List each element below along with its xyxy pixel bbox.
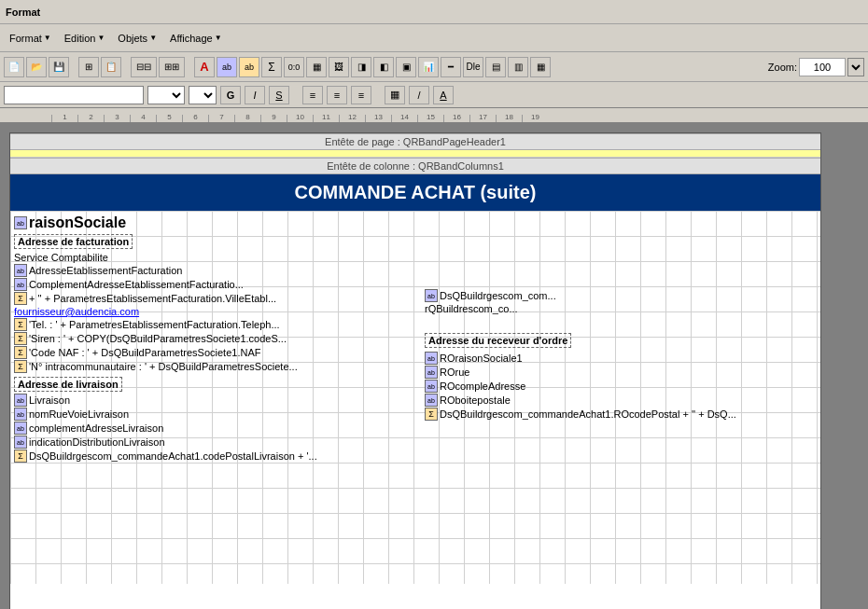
nom-rue-text: nomRueVoieLivraison [29, 408, 129, 420]
slash-btn[interactable]: / [409, 86, 429, 104]
chart-btn[interactable]: 📊 [418, 57, 439, 77]
content-columns: ab raisonSociale Adresse de facturation … [14, 215, 817, 464]
livraison-text: Livraison [29, 394, 70, 406]
report-btn4[interactable]: ▦ [530, 57, 551, 77]
complement-adresse-text: ComplementAdresseEtablissementFacturatio… [29, 279, 244, 290]
table-btn[interactable]: ▦ [306, 57, 327, 77]
canvas-area[interactable]: Entête de page : QRBandPageHeader1 Entêt… [0, 123, 868, 609]
tick-19: 19 [522, 115, 548, 122]
font-size-select[interactable] [147, 86, 185, 104]
ro-boite-postale-text: ROboitepostale [440, 394, 511, 406]
ro-code-postal-icon: Σ [425, 408, 438, 421]
tick-5: 5 [156, 115, 182, 122]
ro-raison-sociale-text: ROraisonSociale1 [440, 353, 523, 364]
menu-format[interactable]: Format ▼ [4, 31, 57, 46]
underline-button[interactable]: S [269, 86, 289, 104]
adresse-livraison-label-wrap: Adresse de livraison [14, 377, 412, 392]
nom-rue-item: ab nomRueVoieLivraison [14, 408, 412, 421]
rq-build-text: rQBuildrescom_co... [425, 303, 518, 314]
bold-button[interactable]: G [220, 86, 241, 104]
align-right-btn[interactable]: ≡ [351, 86, 371, 104]
band-content: ab raisonSociale Adresse de facturation … [10, 211, 820, 584]
underline-a-btn[interactable]: A [433, 86, 454, 104]
zoom-input[interactable] [799, 58, 846, 76]
new-button[interactable]: 📄 [4, 57, 24, 77]
shape-btn1[interactable]: ◨ [351, 57, 371, 77]
email-item: fournisseur@audencia.com [14, 306, 412, 317]
menu-edition-arrow: ▼ [97, 34, 105, 42]
save-button[interactable]: 💾 [49, 57, 69, 77]
ro-rue-icon: ab [425, 366, 438, 379]
columns-header-band: Entête de colonne : QRBandColumns1 [10, 158, 820, 174]
ab-btn[interactable]: ab [217, 57, 237, 77]
toolbar2: G I S ≡ ≡ ≡ ▦ / A [0, 82, 868, 108]
sigma-btn[interactable]: Σ [261, 57, 282, 77]
yellow-header-bar [10, 150, 820, 158]
text-a-btn[interactable]: A [194, 57, 215, 77]
complement-adresse-icon: ab [14, 278, 27, 291]
ro-comple-adresse-icon: ab [425, 380, 438, 393]
indication-distrib-icon: ab [14, 436, 27, 449]
menu-affichage[interactable]: Affichage ▼ [164, 31, 228, 46]
menu-objets[interactable]: Objets ▼ [112, 31, 162, 46]
line-btn[interactable]: ━ [441, 57, 461, 77]
zoom-select[interactable]: ▼ [847, 58, 864, 76]
menu-bar: Format ▼ Edition ▼ Objets ▼ Affichage ▼ [0, 24, 868, 52]
complement-adresse: ab ComplementAdresseEtablissementFactura… [14, 278, 412, 291]
grid-btn[interactable]: ▦ [385, 86, 405, 104]
img-btn[interactable]: 🖼 [329, 57, 349, 77]
param-etab-ville-text: + '' + ParametresEtablissementFacturatio… [29, 293, 276, 304]
raison-sociale-text[interactable]: raisonSociale [29, 215, 126, 231]
naf-icon: Σ [14, 346, 27, 359]
shape-btn2[interactable]: ◧ [373, 57, 394, 77]
report-btn1[interactable]: Dle [463, 57, 483, 77]
indication-distrib-item: ab indicationDistributionLivraison [14, 436, 412, 449]
tick-16: 16 [443, 115, 469, 122]
receveur-section: Adresse du receveur d'ordre ab ROraisonS… [425, 333, 817, 421]
siren-text: 'Siren : ' + COPY(DsQBuildParametresSoci… [29, 333, 287, 344]
report-btn3[interactable]: ▥ [508, 57, 528, 77]
ro-code-postal-item: Σ DsQBuildrgescom_commandeAchat1.ROcodeP… [425, 408, 817, 421]
layout-btn2[interactable]: ⊞⊞ [159, 57, 185, 77]
align-center-btn[interactable]: ≡ [327, 86, 347, 104]
layout-btn1[interactable]: ⊟⊟ [131, 57, 157, 77]
font-size-select2[interactable] [189, 86, 217, 104]
title-label: Format [6, 7, 40, 18]
tick-4: 4 [130, 115, 156, 122]
nom-rue-icon: ab [14, 408, 27, 421]
intracommunautaire-text: 'N° intracommunautaire : ' + DsQBuildPar… [29, 361, 298, 372]
open-button[interactable]: 📂 [26, 57, 47, 77]
ro-comple-adresse-item: ab ROcompleAdresse [425, 380, 817, 393]
paste-button[interactable]: 📋 [101, 57, 121, 77]
code-postal-livraison-text: DsQBuildrgescom_commandeAchat1.codePosta… [29, 450, 317, 462]
barcode-btn[interactable]: 0:0 [284, 57, 304, 77]
tick-6: 6 [182, 115, 208, 122]
shape-btn3[interactable]: ▣ [396, 57, 416, 77]
copy-button[interactable]: ⊞ [78, 57, 99, 77]
ro-code-postal-text: DsQBuildrgescom_commandeAchat1.ROcodePos… [440, 408, 736, 420]
ruler-marks: 1 2 3 4 5 6 7 8 9 10 11 12 13 14 15 16 1… [0, 108, 868, 122]
ab2-btn[interactable]: ab [239, 57, 259, 77]
align-left-btn[interactable]: ≡ [302, 86, 323, 104]
complement-livraison-item: ab complementAdresseLivraison [14, 422, 412, 435]
ro-boite-postale-icon: ab [425, 394, 438, 407]
ro-raison-sociale-item: ab ROraisonSociale1 [425, 352, 817, 365]
raison-sociale-icon: ab [14, 216, 27, 229]
adresse-etab-text: AdresseEtablissementFacturation [29, 265, 182, 276]
siren-item: Σ 'Siren : ' + COPY(DsQBuildParametresSo… [14, 332, 412, 345]
font-name-input[interactable] [4, 86, 144, 104]
report-title: COMMANDE ACHAT (suite) [10, 174, 820, 211]
rq-build-item: rQBuildrescom_co... [425, 303, 817, 314]
italic-button[interactable]: I [245, 86, 265, 104]
report-btn2[interactable]: ▤ [485, 57, 506, 77]
dsq-build-item: ab DsQBuildrgescom_com... [425, 289, 817, 302]
tick-9: 9 [260, 115, 287, 122]
adresse-receveur-label: Adresse du receveur d'ordre [425, 333, 571, 348]
email-text: fournisseur@audencia.com [14, 306, 139, 317]
service-comptabilite-text: Service Comptabilite [14, 252, 108, 263]
tick-14: 14 [391, 115, 417, 122]
tick-17: 17 [469, 115, 496, 122]
menu-edition[interactable]: Edition ▼ [59, 31, 111, 46]
zoom-label: Zoom: [768, 62, 797, 73]
tick-8: 8 [234, 115, 260, 122]
